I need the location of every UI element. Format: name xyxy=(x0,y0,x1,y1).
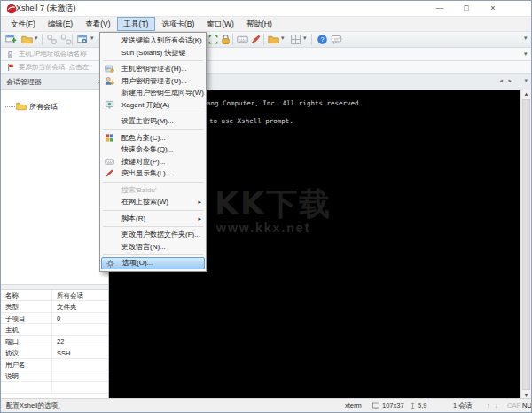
menu-item-user-keys[interactable]: 用户密钥管理者(U)... xyxy=(101,75,205,88)
address-bar[interactable]: 主机,IP地址或会话名称 ▾ xyxy=(1,48,531,61)
tab-scroll-right-icon[interactable]: ▸ xyxy=(508,77,512,84)
submenu-arrow-icon: ▸ xyxy=(198,213,201,225)
session-manager-panel: 会话管理器 所有会话 名称所有会话 类型文件夹 子项目0 主机 端口22 协议S… xyxy=(1,74,109,398)
layout-grid-icon[interactable] xyxy=(290,34,301,45)
status-caps-lock: CAP xyxy=(507,401,520,409)
tab-menu-caret-icon[interactable]: ▾ xyxy=(524,77,528,84)
property-label: 类型 xyxy=(1,301,52,312)
menu-view[interactable]: 查看(V) xyxy=(79,17,116,31)
menu-item-scripts[interactable]: 脚本(R) ▸ xyxy=(101,213,205,225)
property-label: 用户名 xyxy=(1,359,52,370)
connect-icon xyxy=(46,34,58,45)
menu-item-options[interactable]: 选项(O)... xyxy=(101,257,205,269)
status-bar: 配置Xshell的选项。 xterm 107x37 5,9 1 会话 ↑ ↓ C… xyxy=(1,398,531,412)
options-gear-icon xyxy=(106,259,115,269)
terminal-line: ang Computer, Inc. All rights reserved. xyxy=(207,99,363,107)
property-value xyxy=(52,382,108,393)
flag-icon xyxy=(7,63,15,72)
help-icon[interactable]: ? xyxy=(317,34,328,45)
menu-item-label: 配色方案(C)... xyxy=(121,134,166,142)
status-session-count[interactable]: 1 会话 xyxy=(453,401,472,410)
window-controls: — □ × xyxy=(426,1,506,17)
session-next-arrow-icon[interactable]: ↓ xyxy=(495,401,498,409)
menu-item-user-data-folder[interactable]: 更改用户数据文件夹(F)... xyxy=(101,229,205,241)
menu-item-highlight-sets[interactable]: 突出显示集(L)... xyxy=(101,168,205,180)
menu-separator xyxy=(103,254,203,255)
menu-item-search-baidu: 搜索'Baidu' xyxy=(101,184,205,197)
menu-item-change-language[interactable]: 更改语言(N)... xyxy=(101,241,205,253)
host-key-icon xyxy=(105,64,114,74)
property-value: 文件夹 xyxy=(52,301,108,312)
address-input[interactable]: 主机,IP地址或会话名称 xyxy=(19,50,87,58)
open-session-caret-icon[interactable]: ▾ xyxy=(35,35,38,42)
status-terminal-type[interactable]: xterm xyxy=(345,401,362,409)
feedback-bubble-icon[interactable] xyxy=(331,34,342,45)
session-manager-title: 会话管理器 xyxy=(6,77,42,87)
property-row: 名称所有会话 xyxy=(1,290,108,301)
xshell-window: Xshell 7 (未激活) — □ × 文件(F) 编辑(E) 查看(V) 工… xyxy=(0,0,532,413)
toolbar-overflow-caret-icon[interactable]: ▾ xyxy=(524,35,528,42)
new-session-icon[interactable] xyxy=(5,34,17,45)
menu-item-quick-commands[interactable]: 快速命令集(Q)... xyxy=(101,144,205,156)
fullscreen-icon[interactable] xyxy=(207,34,219,45)
session-properties-caret-icon[interactable]: ▾ xyxy=(90,35,94,42)
window-title: Xshell 7 (未激活) xyxy=(16,3,76,14)
terminal-scrollbar[interactable]: ▲ ▼ xyxy=(520,90,531,400)
tree-item-label[interactable]: 所有会话 xyxy=(29,102,58,112)
transfer-folder-caret-icon[interactable]: ▾ xyxy=(281,35,285,42)
property-label xyxy=(1,382,52,393)
submenu-arrow-icon: ▸ xyxy=(198,196,201,208)
status-screen-size[interactable]: 107x37 xyxy=(382,401,404,409)
menu-bar: 文件(F) 编辑(E) 查看(V) 工具(T) 选项卡(B) 窗口(W) 帮助(… xyxy=(1,17,531,32)
links-bar: 要添加当前会话, 点击左 xyxy=(1,61,531,74)
menu-edit[interactable]: 编辑(E) xyxy=(42,17,79,31)
property-row xyxy=(1,382,108,394)
transfer-folder-icon[interactable] xyxy=(268,34,279,45)
layout-grid-caret-icon[interactable]: ▾ xyxy=(303,35,307,42)
property-row: 说明 xyxy=(1,370,108,382)
property-label: 说明 xyxy=(1,370,52,381)
toolbar: ▾ ▾ ▾ ▾ ? ▾ xyxy=(1,32,531,48)
menu-item-sun-solaris[interactable]: Sun (Solaris) 快捷键 xyxy=(101,47,205,59)
menu-tools[interactable]: 工具(T) xyxy=(117,17,156,31)
menu-window[interactable]: 窗口(W) xyxy=(200,17,240,31)
key-mapping-keyboard-icon xyxy=(105,157,114,167)
property-label: 名称 xyxy=(1,290,52,300)
session-prev-arrow-icon[interactable]: ↑ xyxy=(487,401,490,409)
menu-help[interactable]: 帮助(H) xyxy=(240,17,278,31)
highlight-pen-icon[interactable] xyxy=(250,34,262,45)
close-button[interactable]: × xyxy=(480,1,506,17)
menu-item-key-mapping[interactable]: 按键对应(P)... xyxy=(101,156,205,168)
property-value: 所有会话 xyxy=(52,290,108,300)
menu-item-send-keys[interactable]: 发送键输入到所有会话(K) xyxy=(101,35,205,47)
links-bar-hint: 要添加当前会话, 点击左 xyxy=(19,63,89,72)
menu-item-color-scheme[interactable]: 配色方案(C)... xyxy=(101,132,205,144)
maximize-button[interactable]: □ xyxy=(453,1,480,17)
property-value: 22 xyxy=(52,336,108,347)
scrollbar-thumb[interactable] xyxy=(522,99,530,390)
menu-file[interactable]: 文件(F) xyxy=(4,17,42,31)
sessions-folder-icon xyxy=(16,101,27,112)
lock-screen-icon[interactable] xyxy=(220,34,231,45)
svg-text:?: ? xyxy=(320,35,324,43)
menu-item-xagent-start[interactable]: Xagent 开始(A) xyxy=(101,99,205,112)
keyboard-icon[interactable] xyxy=(237,34,248,45)
menu-item-search-web[interactable]: 在网上搜索(W) ▸ xyxy=(101,196,205,208)
tab-scroll-left-icon[interactable]: ◂ xyxy=(499,77,503,84)
menu-item-host-keys[interactable]: 主机密钥管理者(H)... xyxy=(101,63,205,75)
toolbar-separator xyxy=(72,34,73,45)
address-caret-icon[interactable]: ▾ xyxy=(524,51,528,58)
property-row: 端口22 xyxy=(1,336,108,347)
menu-item-master-password[interactable]: 设置主密码(M)... xyxy=(101,115,205,128)
session-properties-icon[interactable] xyxy=(77,34,89,45)
property-value xyxy=(52,370,108,381)
menu-item-new-key-wizard[interactable]: 新建用户密钥生成向导(W)... xyxy=(101,87,205,99)
tree-item-all-sessions[interactable]: 所有会话 xyxy=(1,100,108,113)
property-row: 子项目0 xyxy=(1,313,108,324)
scroll-up-icon[interactable]: ▲ xyxy=(521,91,531,97)
minimize-button[interactable]: — xyxy=(426,1,453,17)
status-cursor-position: 5,9 xyxy=(418,401,426,409)
menu-tabs[interactable]: 选项卡(B) xyxy=(155,17,200,31)
property-value xyxy=(52,324,108,335)
open-session-folder-icon[interactable] xyxy=(21,34,33,45)
